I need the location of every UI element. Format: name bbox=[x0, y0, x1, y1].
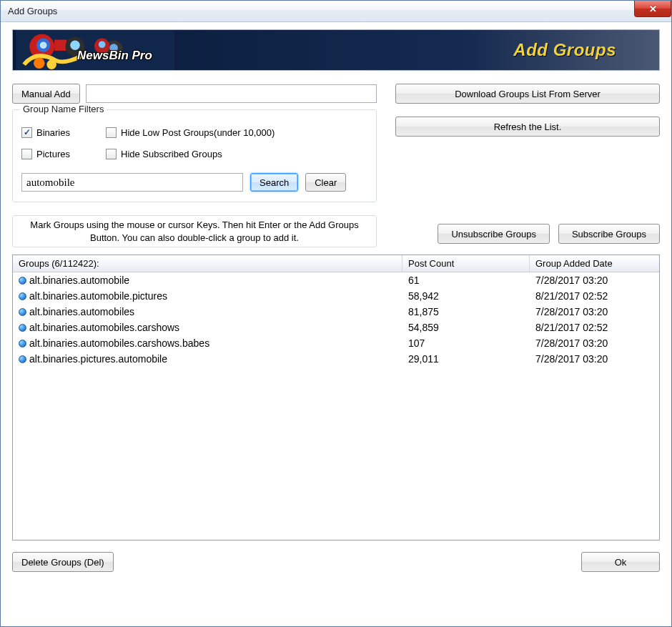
table-row[interactable]: alt.binaries.pictures.automobile29,0117/… bbox=[13, 351, 659, 367]
ok-button[interactable]: Ok bbox=[581, 552, 660, 572]
list-header[interactable]: Groups (6/112422): Post Count Group Adde… bbox=[13, 255, 659, 272]
group-name: alt.binaries.automobiles.carshows bbox=[29, 322, 179, 333]
manual-add-input[interactable] bbox=[86, 84, 377, 103]
hide-subscribed-label: Hide Subscribed Groups bbox=[121, 149, 222, 159]
svg-rect-4 bbox=[54, 40, 66, 51]
pictures-checkbox[interactable] bbox=[21, 149, 32, 159]
group-name: alt.binaries.automobile.pictures bbox=[29, 290, 167, 302]
group-date: 7/28/2017 03:20 bbox=[530, 337, 659, 349]
client-area: NewsBin Pro Add Groups Manual Add Group … bbox=[1, 22, 671, 626]
subscribe-button[interactable]: Subscribe Groups bbox=[558, 224, 660, 244]
group-name: alt.binaries.automobile bbox=[29, 275, 129, 286]
post-count: 107 bbox=[402, 337, 530, 349]
post-count: 54,859 bbox=[402, 322, 530, 333]
add-groups-dialog: Add Groups ✕ NewsBin Pro bbox=[0, 0, 672, 627]
group-icon bbox=[19, 355, 26, 363]
svg-point-7 bbox=[34, 58, 44, 69]
post-count: 29,011 bbox=[402, 353, 530, 365]
group-name: alt.binaries.pictures.automobile bbox=[29, 353, 167, 365]
close-icon: ✕ bbox=[649, 4, 657, 14]
banner: NewsBin Pro Add Groups bbox=[12, 29, 660, 71]
post-count: 58,942 bbox=[402, 290, 530, 302]
download-groups-button[interactable]: Download Groups List From Server bbox=[395, 84, 660, 104]
group-date: 8/21/2017 02:52 bbox=[530, 322, 659, 333]
group-icon bbox=[19, 324, 26, 332]
banner-title: Add Groups bbox=[513, 40, 616, 60]
hide-subscribed-checkbox[interactable] bbox=[106, 149, 117, 159]
svg-point-8 bbox=[46, 60, 56, 70]
unsubscribe-button[interactable]: Unsubscribe Groups bbox=[438, 224, 550, 244]
manual-add-button[interactable]: Manual Add bbox=[12, 84, 80, 104]
group-date: 7/28/2017 03:20 bbox=[530, 353, 659, 365]
group-icon bbox=[19, 277, 26, 285]
groups-list[interactable]: Groups (6/112422): Post Count Group Adde… bbox=[12, 255, 660, 540]
window-title: Add Groups bbox=[8, 6, 57, 16]
groupbox-title: Group Name Filters bbox=[20, 104, 107, 114]
table-row[interactable]: alt.binaries.automobile.pictures58,9428/… bbox=[13, 288, 659, 304]
binaries-checkbox[interactable] bbox=[21, 127, 32, 138]
search-input[interactable] bbox=[21, 173, 243, 192]
pictures-label: Pictures bbox=[36, 149, 70, 159]
group-date: 8/21/2017 02:52 bbox=[530, 290, 659, 302]
list-body[interactable]: alt.binaries.automobile617/28/2017 03:20… bbox=[13, 272, 659, 540]
banner-logo-text: NewsBin Pro bbox=[77, 49, 152, 63]
post-count: 61 bbox=[402, 275, 530, 286]
group-date: 7/28/2017 03:20 bbox=[530, 275, 659, 286]
group-icon bbox=[19, 340, 26, 347]
header-date[interactable]: Group Added Date bbox=[530, 255, 659, 272]
delete-groups-button[interactable]: Delete Groups (Del) bbox=[12, 552, 114, 572]
refresh-list-button[interactable]: Refresh the List. bbox=[395, 117, 660, 137]
post-count: 81,875 bbox=[402, 306, 530, 317]
close-button[interactable]: ✕ bbox=[634, 1, 671, 17]
group-date: 7/28/2017 03:20 bbox=[530, 306, 659, 317]
group-name-filters: Group Name Filters Binaries Hide Low Pos… bbox=[12, 109, 377, 202]
clear-button[interactable]: Clear bbox=[305, 173, 346, 192]
svg-point-3 bbox=[40, 41, 47, 49]
table-row[interactable]: alt.binaries.automobiles.carshows54,8598… bbox=[13, 320, 659, 335]
search-button[interactable]: Search bbox=[250, 173, 298, 192]
header-post-count[interactable]: Post Count bbox=[402, 255, 530, 272]
titlebar[interactable]: Add Groups ✕ bbox=[1, 1, 671, 22]
table-row[interactable]: alt.binaries.automobile617/28/2017 03:20 bbox=[13, 272, 659, 288]
group-icon bbox=[19, 292, 26, 300]
table-row[interactable]: alt.binaries.automobiles81,8757/28/2017 … bbox=[13, 304, 659, 320]
table-row[interactable]: alt.binaries.automobiles.carshows.babes1… bbox=[13, 335, 659, 351]
header-groups[interactable]: Groups (6/112422): bbox=[13, 255, 402, 272]
hide-low-label: Hide Low Post Groups(under 10,000) bbox=[121, 127, 275, 138]
group-name: alt.binaries.automobiles.carshows.babes bbox=[29, 337, 209, 349]
hint-box: Mark Groups using the mouse or cursor Ke… bbox=[12, 215, 377, 247]
binaries-label: Binaries bbox=[36, 127, 70, 138]
hide-low-checkbox[interactable] bbox=[106, 127, 117, 138]
svg-point-12 bbox=[99, 41, 106, 48]
group-icon bbox=[19, 308, 26, 316]
group-name: alt.binaries.automobiles bbox=[29, 306, 134, 317]
